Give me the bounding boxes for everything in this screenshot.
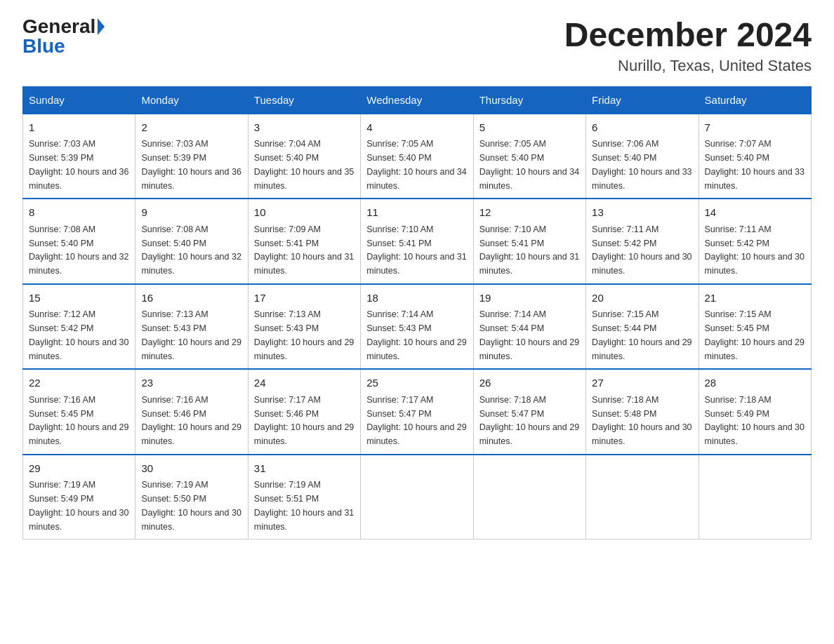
calendar-day-cell: 26Sunrise: 7:18 AMSunset: 5:47 PMDayligh… bbox=[473, 369, 585, 455]
day-info: Sunrise: 7:14 AMSunset: 5:43 PMDaylight:… bbox=[366, 309, 466, 361]
calendar-day-cell: 5Sunrise: 7:05 AMSunset: 5:40 PMDaylight… bbox=[473, 114, 585, 199]
day-number: 15 bbox=[29, 290, 129, 307]
day-number: 19 bbox=[479, 290, 580, 307]
day-info: Sunrise: 7:17 AMSunset: 5:47 PMDaylight:… bbox=[366, 395, 466, 446]
weekday-header-row: SundayMondayTuesdayWednesdayThursdayFrid… bbox=[23, 86, 812, 114]
calendar-day-cell: 1Sunrise: 7:03 AMSunset: 5:39 PMDaylight… bbox=[23, 114, 135, 199]
day-info: Sunrise: 7:13 AMSunset: 5:43 PMDaylight:… bbox=[254, 309, 354, 361]
logo-general-text: General bbox=[22, 17, 95, 36]
day-number: 27 bbox=[592, 375, 692, 391]
calendar-day-cell: 29Sunrise: 7:19 AMSunset: 5:49 PMDayligh… bbox=[23, 455, 135, 539]
day-number: 2 bbox=[141, 120, 241, 136]
day-number: 12 bbox=[479, 205, 580, 221]
day-number: 29 bbox=[29, 461, 129, 477]
calendar-day-cell: 30Sunrise: 7:19 AMSunset: 5:50 PMDayligh… bbox=[135, 455, 248, 539]
day-number: 4 bbox=[366, 120, 467, 136]
day-info: Sunrise: 7:07 AMSunset: 5:40 PMDaylight:… bbox=[705, 139, 805, 190]
calendar-day-cell: 27Sunrise: 7:18 AMSunset: 5:48 PMDayligh… bbox=[586, 369, 699, 455]
day-info: Sunrise: 7:11 AMSunset: 5:42 PMDaylight:… bbox=[705, 224, 805, 276]
calendar-day-cell: 31Sunrise: 7:19 AMSunset: 5:51 PMDayligh… bbox=[248, 455, 360, 539]
day-info: Sunrise: 7:08 AMSunset: 5:40 PMDaylight:… bbox=[29, 224, 128, 276]
day-info: Sunrise: 7:04 AMSunset: 5:40 PMDaylight:… bbox=[254, 139, 354, 190]
day-number: 20 bbox=[592, 290, 692, 307]
day-info: Sunrise: 7:18 AMSunset: 5:48 PMDaylight:… bbox=[592, 395, 691, 446]
page-header: General Blue December 2024 Nurillo, Texa… bbox=[22, 17, 812, 75]
day-info: Sunrise: 7:08 AMSunset: 5:40 PMDaylight:… bbox=[141, 224, 241, 276]
title-section: December 2024 Nurillo, Texas, United Sta… bbox=[564, 17, 812, 75]
day-info: Sunrise: 7:17 AMSunset: 5:46 PMDaylight:… bbox=[254, 395, 354, 446]
calendar-day-cell: 28Sunrise: 7:18 AMSunset: 5:49 PMDayligh… bbox=[699, 369, 811, 455]
day-info: Sunrise: 7:19 AMSunset: 5:51 PMDaylight:… bbox=[254, 480, 354, 531]
weekday-header-monday: Monday bbox=[135, 86, 248, 114]
location-title: Nurillo, Texas, United States bbox=[564, 57, 812, 75]
calendar-week-row: 8Sunrise: 7:08 AMSunset: 5:40 PMDaylight… bbox=[23, 199, 812, 284]
day-number: 26 bbox=[479, 375, 580, 391]
calendar-day-cell: 15Sunrise: 7:12 AMSunset: 5:42 PMDayligh… bbox=[23, 284, 135, 370]
calendar-table: SundayMondayTuesdayWednesdayThursdayFrid… bbox=[22, 86, 812, 540]
weekday-header-saturday: Saturday bbox=[699, 86, 811, 114]
calendar-day-cell: 20Sunrise: 7:15 AMSunset: 5:44 PMDayligh… bbox=[586, 284, 699, 370]
day-info: Sunrise: 7:10 AMSunset: 5:41 PMDaylight:… bbox=[479, 224, 579, 276]
calendar-day-cell: 3Sunrise: 7:04 AMSunset: 5:40 PMDaylight… bbox=[248, 114, 360, 199]
day-number: 23 bbox=[141, 375, 241, 391]
day-number: 6 bbox=[592, 120, 692, 136]
calendar-day-cell: 10Sunrise: 7:09 AMSunset: 5:41 PMDayligh… bbox=[248, 199, 360, 284]
day-number: 14 bbox=[705, 205, 805, 221]
weekday-header-wednesday: Wednesday bbox=[361, 86, 473, 114]
weekday-header-friday: Friday bbox=[586, 86, 699, 114]
day-number: 1 bbox=[29, 120, 129, 136]
weekday-header-sunday: Sunday bbox=[23, 86, 135, 114]
day-info: Sunrise: 7:03 AMSunset: 5:39 PMDaylight:… bbox=[141, 139, 241, 190]
day-number: 18 bbox=[366, 290, 467, 307]
logo-arrow-icon bbox=[98, 18, 105, 35]
calendar-day-cell: 12Sunrise: 7:10 AMSunset: 5:41 PMDayligh… bbox=[473, 199, 585, 284]
day-number: 9 bbox=[141, 205, 241, 221]
calendar-day-cell: 4Sunrise: 7:05 AMSunset: 5:40 PMDaylight… bbox=[361, 114, 473, 199]
day-info: Sunrise: 7:14 AMSunset: 5:44 PMDaylight:… bbox=[479, 309, 579, 361]
day-info: Sunrise: 7:05 AMSunset: 5:40 PMDaylight:… bbox=[366, 139, 466, 190]
calendar-week-row: 1Sunrise: 7:03 AMSunset: 5:39 PMDaylight… bbox=[23, 114, 812, 199]
calendar-day-cell: 13Sunrise: 7:11 AMSunset: 5:42 PMDayligh… bbox=[586, 199, 699, 284]
day-number: 21 bbox=[705, 290, 805, 307]
day-number: 16 bbox=[141, 290, 241, 307]
day-info: Sunrise: 7:15 AMSunset: 5:45 PMDaylight:… bbox=[705, 309, 805, 361]
calendar-day-cell: 19Sunrise: 7:14 AMSunset: 5:44 PMDayligh… bbox=[473, 284, 585, 370]
day-number: 28 bbox=[705, 375, 805, 391]
day-info: Sunrise: 7:03 AMSunset: 5:39 PMDaylight:… bbox=[29, 139, 128, 190]
calendar-day-cell: 16Sunrise: 7:13 AMSunset: 5:43 PMDayligh… bbox=[135, 284, 248, 370]
day-info: Sunrise: 7:06 AMSunset: 5:40 PMDaylight:… bbox=[592, 139, 691, 190]
calendar-day-cell: 21Sunrise: 7:15 AMSunset: 5:45 PMDayligh… bbox=[699, 284, 811, 370]
day-info: Sunrise: 7:12 AMSunset: 5:42 PMDaylight:… bbox=[29, 309, 128, 361]
calendar-day-cell bbox=[361, 455, 473, 539]
day-number: 22 bbox=[29, 375, 129, 391]
calendar-day-cell bbox=[473, 455, 585, 539]
day-number: 8 bbox=[29, 205, 129, 221]
weekday-header-thursday: Thursday bbox=[473, 86, 585, 114]
weekday-header-tuesday: Tuesday bbox=[248, 86, 360, 114]
day-number: 7 bbox=[705, 120, 805, 136]
day-number: 24 bbox=[254, 375, 355, 391]
day-info: Sunrise: 7:05 AMSunset: 5:40 PMDaylight:… bbox=[479, 139, 579, 190]
day-number: 13 bbox=[592, 205, 692, 221]
day-number: 3 bbox=[254, 120, 355, 136]
day-number: 5 bbox=[479, 120, 580, 136]
day-number: 25 bbox=[366, 375, 467, 391]
calendar-day-cell: 17Sunrise: 7:13 AMSunset: 5:43 PMDayligh… bbox=[248, 284, 360, 370]
calendar-week-row: 22Sunrise: 7:16 AMSunset: 5:45 PMDayligh… bbox=[23, 369, 812, 455]
calendar-day-cell: 9Sunrise: 7:08 AMSunset: 5:40 PMDaylight… bbox=[135, 199, 248, 284]
logo: General Blue bbox=[22, 17, 105, 56]
day-info: Sunrise: 7:18 AMSunset: 5:47 PMDaylight:… bbox=[479, 395, 579, 446]
calendar-day-cell: 7Sunrise: 7:07 AMSunset: 5:40 PMDaylight… bbox=[699, 114, 811, 199]
day-number: 31 bbox=[254, 461, 355, 477]
day-number: 10 bbox=[254, 205, 355, 221]
day-info: Sunrise: 7:13 AMSunset: 5:43 PMDaylight:… bbox=[141, 309, 241, 361]
day-info: Sunrise: 7:16 AMSunset: 5:46 PMDaylight:… bbox=[141, 395, 241, 446]
calendar-day-cell: 22Sunrise: 7:16 AMSunset: 5:45 PMDayligh… bbox=[23, 369, 135, 455]
calendar-week-row: 15Sunrise: 7:12 AMSunset: 5:42 PMDayligh… bbox=[23, 284, 812, 370]
calendar-day-cell: 6Sunrise: 7:06 AMSunset: 5:40 PMDaylight… bbox=[586, 114, 699, 199]
calendar-day-cell: 14Sunrise: 7:11 AMSunset: 5:42 PMDayligh… bbox=[699, 199, 811, 284]
day-info: Sunrise: 7:19 AMSunset: 5:50 PMDaylight:… bbox=[141, 480, 241, 531]
day-info: Sunrise: 7:16 AMSunset: 5:45 PMDaylight:… bbox=[29, 395, 128, 446]
calendar-day-cell: 18Sunrise: 7:14 AMSunset: 5:43 PMDayligh… bbox=[361, 284, 473, 370]
day-number: 17 bbox=[254, 290, 355, 307]
